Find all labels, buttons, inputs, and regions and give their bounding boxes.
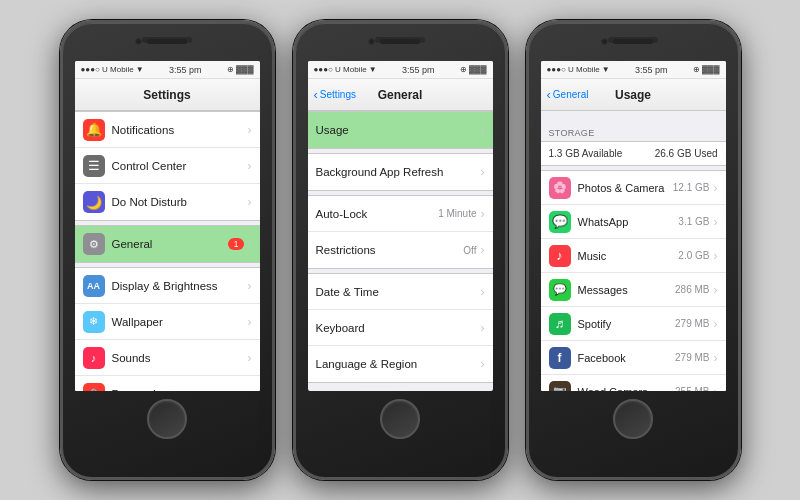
woodcamera-name: Wood Camera — [578, 386, 676, 392]
phone-2-home[interactable] — [380, 399, 420, 439]
usage-screen: STORAGE 1.3 GB Available 26.6 GB Used 🌸 … — [541, 111, 726, 391]
phone-3-screen: ●●●○ U Mobile ▼ 3:55 pm ⊕ ▓▓▓ ‹ General … — [541, 61, 726, 391]
wallpaper-icon: ❄ — [83, 311, 105, 333]
status-bar-2: ●●●○ U Mobile ▼ 3:55 pm ⊕ ▓▓▓ — [308, 61, 493, 79]
dnd-label: Do Not Disturb — [112, 196, 248, 208]
row-dnd[interactable]: 🌙 Do Not Disturb › — [75, 184, 260, 220]
time-3: 3:55 pm — [635, 65, 668, 75]
nav-title-2: General — [378, 88, 423, 102]
back-label-2: Settings — [320, 89, 356, 100]
restrictions-label: Restrictions — [316, 244, 464, 256]
whatsapp-size: 3.1 GB — [678, 216, 709, 227]
phone-3: ●●●○ U Mobile ▼ 3:55 pm ⊕ ▓▓▓ ‹ General … — [526, 20, 741, 480]
row-brightness[interactable]: AA Display & Brightness › — [75, 268, 260, 304]
facebook-name: Facebook — [578, 352, 676, 364]
carrier-2: ●●●○ U Mobile ▼ — [314, 65, 377, 74]
storage-header: STORAGE — [541, 111, 726, 141]
auto-lock-value: 1 Minute — [438, 208, 476, 219]
time-2: 3:55 pm — [402, 65, 435, 75]
row-language[interactable]: Language & Region › — [308, 346, 493, 382]
storage-available: 1.3 GB Available — [549, 148, 623, 159]
group-2-1: Usage › — [308, 111, 493, 149]
photos-name: Photos & Camera — [578, 182, 673, 194]
brightness-label: Display & Brightness — [112, 280, 248, 292]
app-row-music[interactable]: ♪ Music 2.0 GB › — [541, 239, 726, 273]
messages-icon: 💬 — [549, 279, 571, 301]
app-list: 🌸 Photos & Camera 12.1 GB › 💬 WhatsApp 3… — [541, 170, 726, 391]
back-button-2[interactable]: ‹ Settings — [314, 89, 356, 101]
spotify-size: 279 MB — [675, 318, 709, 329]
brightness-icon: AA — [83, 275, 105, 297]
row-datetime[interactable]: Date & Time › — [308, 274, 493, 310]
row-auto-lock[interactable]: Auto-Lock 1 Minute › — [308, 196, 493, 232]
woodcamera-size: 255 MB — [675, 386, 709, 391]
general-label: General — [112, 238, 229, 250]
phone-3-home[interactable] — [613, 399, 653, 439]
chevron-bg-refresh: › — [481, 165, 485, 179]
storage-info: 1.3 GB Available 26.6 GB Used — [541, 141, 726, 166]
app-row-spotify[interactable]: ♬ Spotify 279 MB › — [541, 307, 726, 341]
storage-used: 26.6 GB Used — [655, 148, 718, 159]
whatsapp-icon: 💬 — [549, 211, 571, 233]
chevron-keyboard: › — [481, 321, 485, 335]
phone-2-screen: ●●●○ U Mobile ▼ 3:55 pm ⊕ ▓▓▓ ‹ Settings… — [308, 61, 493, 391]
back-button-3[interactable]: ‹ General — [547, 89, 589, 101]
chevron-usage: › — [481, 123, 485, 137]
nav-bar-1: Settings — [75, 79, 260, 111]
photos-size: 12.1 GB — [673, 182, 710, 193]
phone-speaker — [147, 39, 187, 44]
phone-camera — [135, 38, 142, 45]
row-usage[interactable]: Usage › — [308, 112, 493, 148]
row-restrictions[interactable]: Restrictions Off › — [308, 232, 493, 268]
chevron-general: › — [248, 237, 252, 251]
row-general[interactable]: ⚙ General 1 › — [75, 226, 260, 262]
phone-1-home[interactable] — [147, 399, 187, 439]
group-2-2: Background App Refresh › — [308, 153, 493, 191]
keyboard-label: Keyboard — [316, 322, 481, 334]
group-2-4: Date & Time › Keyboard › Language & Regi… — [308, 273, 493, 383]
wallpaper-label: Wallpaper — [112, 316, 248, 328]
row-wallpaper[interactable]: ❄ Wallpaper › — [75, 304, 260, 340]
time-1: 3:55 pm — [169, 65, 202, 75]
phone-2-camera — [368, 38, 375, 45]
app-row-woodcamera[interactable]: 📷 Wood Camera 255 MB › — [541, 375, 726, 391]
carrier-3: ●●●○ U Mobile ▼ — [547, 65, 610, 74]
notifications-icon: 🔔 — [83, 119, 105, 141]
notifications-label: Notifications — [112, 124, 248, 136]
chevron-dnd: › — [248, 195, 252, 209]
app-row-photos[interactable]: 🌸 Photos & Camera 12.1 GB › — [541, 171, 726, 205]
photos-icon: 🌸 — [549, 177, 571, 199]
dnd-icon: 🌙 — [83, 191, 105, 213]
facebook-icon: f — [549, 347, 571, 369]
row-notifications[interactable]: 🔔 Notifications › — [75, 112, 260, 148]
back-chevron-3: ‹ — [547, 88, 551, 101]
facebook-size: 279 MB — [675, 352, 709, 363]
row-control-center[interactable]: ☰ Control Center › — [75, 148, 260, 184]
general-icon: ⚙ — [83, 233, 105, 255]
row-passcode[interactable]: 🔒 Passcode › — [75, 376, 260, 391]
spotify-icon: ♬ — [549, 313, 571, 335]
general-badge: 1 — [228, 238, 243, 250]
row-keyboard[interactable]: Keyboard › — [308, 310, 493, 346]
chevron-control: › — [248, 159, 252, 173]
app-row-whatsapp[interactable]: 💬 WhatsApp 3.1 GB › — [541, 205, 726, 239]
usage-label: Usage — [316, 124, 481, 136]
phone-1-screen: ●●●○ U Mobile ▼ 3:55 pm ⊕ ▓▓▓ Settings 🔔… — [75, 61, 260, 391]
spotify-name: Spotify — [578, 318, 676, 330]
storage-label: STORAGE — [549, 128, 595, 138]
status-icons-2: ⊕ ▓▓▓ — [460, 65, 487, 74]
app-row-facebook[interactable]: f Facebook 279 MB › — [541, 341, 726, 375]
carrier-1: ●●●○ U Mobile ▼ — [81, 65, 144, 74]
settings-group-1-1: 🔔 Notifications › ☰ Control Center › 🌙 D… — [75, 111, 260, 221]
row-sounds[interactable]: ♪ Sounds › — [75, 340, 260, 376]
row-bg-refresh[interactable]: Background App Refresh › — [308, 154, 493, 190]
app-row-messages[interactable]: 💬 Messages 286 MB › — [541, 273, 726, 307]
chevron-auto-lock: › — [481, 207, 485, 221]
nav-title-1: Settings — [143, 88, 190, 102]
settings-group-1-2: ⚙ General 1 › — [75, 225, 260, 263]
chevron-wallpaper: › — [248, 315, 252, 329]
chevron-notifications: › — [248, 123, 252, 137]
phone-3-speaker — [613, 39, 653, 44]
status-icons-1: ⊕ ▓▓▓ — [227, 65, 254, 74]
chevron-datetime: › — [481, 285, 485, 299]
